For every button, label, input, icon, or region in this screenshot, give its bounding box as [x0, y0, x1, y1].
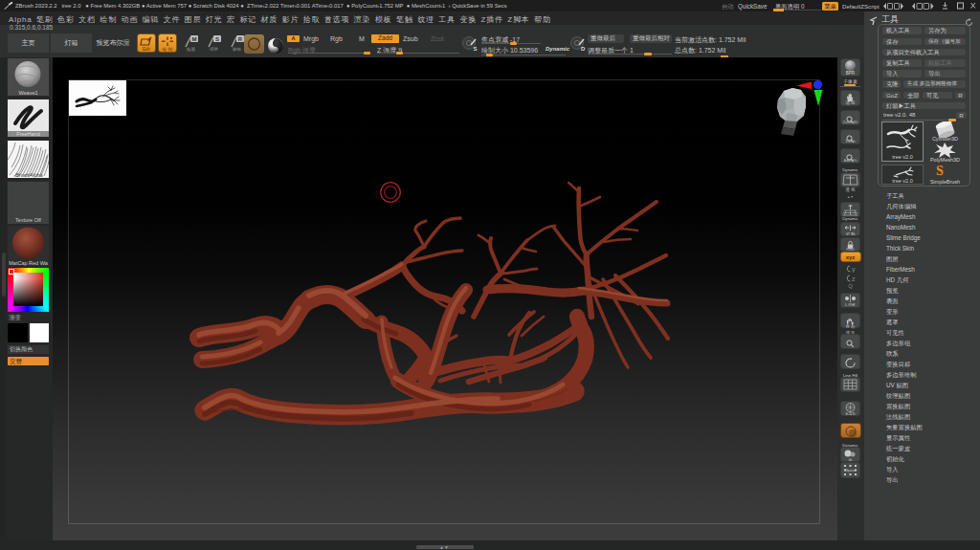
- svg-text:Space: Space: [845, 469, 855, 473]
- svg-text:M: M: [192, 36, 197, 42]
- svg-text:D: D: [581, 46, 586, 52]
- svg-text:z: z: [852, 275, 856, 282]
- svg-text:绘画: 绘画: [187, 47, 196, 52]
- svg-text:BPR: BPR: [846, 71, 856, 76]
- svg-text:如: 如: [849, 457, 853, 462]
- svg-text:缩放: 缩放: [210, 46, 219, 52]
- svg-text:多边形: 多边形: [845, 411, 856, 416]
- svg-text:y: y: [852, 266, 856, 273]
- svg-text:S: S: [474, 46, 478, 52]
- svg-text:Edit: Edit: [143, 46, 151, 51]
- svg-text:L.对称: L.对称: [845, 302, 856, 307]
- svg-text:旋转: 旋转: [233, 47, 242, 52]
- svg-text:绘 制: 绘 制: [162, 46, 172, 51]
- svg-text:R: R: [238, 36, 243, 42]
- svg-text:S: S: [215, 36, 219, 42]
- svg-text:对 称: 对 称: [846, 231, 856, 236]
